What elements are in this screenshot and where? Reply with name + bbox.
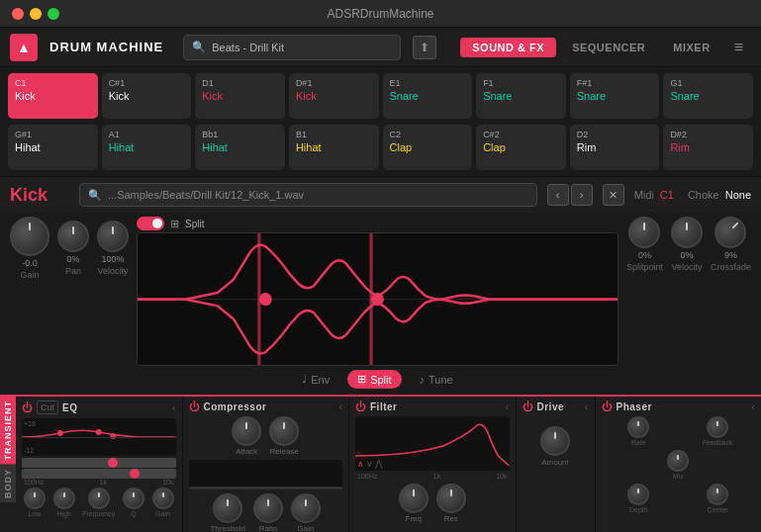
filter-freq-knob[interactable] [399, 484, 428, 513]
pad-g1[interactable]: G1 Snare [663, 73, 753, 119]
eq-q-label: Q [131, 510, 136, 517]
eq-graph: +18 -12 [22, 418, 176, 456]
filter-power-icon[interactable]: ⏻ [355, 400, 366, 412]
phaser-mix-knob[interactable] [667, 450, 689, 472]
drive-power-icon[interactable]: ⏻ [523, 400, 533, 412]
drive-amount-knob[interactable] [540, 426, 570, 456]
file-path-bar[interactable]: 🔍 ...Samples/Beats/Drill Kit/12_Kick_1.w… [79, 183, 537, 207]
pad-gs1[interactable]: G#1 Hihat [8, 125, 98, 170]
velocity2-knob[interactable] [671, 217, 703, 248]
maximize-button[interactable] [48, 8, 59, 20]
comp-power-icon[interactable]: ⏻ [189, 400, 200, 412]
split-tab[interactable]: ⊞ Split [347, 370, 401, 389]
pad-c1[interactable]: C1 Kick [8, 73, 98, 119]
filter-freq-group: Freq [399, 484, 428, 523]
comp-attack-knob[interactable] [232, 416, 261, 446]
comp-ratio-group: Ratio [253, 493, 283, 532]
pad-cs2[interactable]: C#2 Clap [476, 125, 566, 170]
choke-label: Choke [688, 189, 719, 201]
splitpoint-label: Splitpoint [626, 262, 663, 272]
pad-ds1[interactable]: D#1 Kick [289, 73, 379, 119]
split-label: Split [185, 219, 204, 229]
eq-high-knob[interactable] [53, 488, 75, 509]
filter-lp-btn[interactable]: ∧ [357, 459, 364, 469]
pad-cs1[interactable]: C#1 Kick [102, 73, 192, 119]
phaser-collapse-icon[interactable]: ‹ [751, 400, 755, 412]
minimize-button[interactable] [30, 8, 42, 20]
eq-low-knob[interactable] [24, 488, 46, 509]
save-button[interactable]: ⬆ [413, 36, 436, 59]
eq-low-slider[interactable] [22, 458, 176, 468]
comp-collapse-icon[interactable]: ‹ [338, 400, 342, 412]
phaser-mix-group: Mix [602, 450, 756, 480]
env-tab[interactable]: ♩ Env [292, 370, 339, 389]
tune-tab[interactable]: ♪ Tune [410, 370, 463, 389]
comp-ratio-knob[interactable] [253, 493, 283, 523]
filter-res-knob[interactable] [436, 484, 466, 513]
transient-tab[interactable]: Transient [0, 397, 16, 465]
phaser-feedback-group: Feedback [680, 416, 755, 446]
comp-threshold-knob[interactable] [213, 493, 242, 523]
pan-knob[interactable] [57, 221, 89, 252]
pad-a1[interactable]: A1 Hihat [102, 125, 192, 170]
filter-collapse-icon[interactable]: ‹ [506, 400, 510, 412]
filter-hp-btn[interactable]: ∨ [366, 459, 373, 469]
filter-graph: ∧ ∨ ⋀ [355, 416, 510, 471]
velocity-knob[interactable] [97, 221, 129, 252]
prev-button[interactable]: ‹ [547, 184, 569, 206]
pad-note: A1 [109, 130, 185, 139]
eq-freq-knob-group: Frequency [82, 488, 115, 517]
pad-bb1[interactable]: Bb1 Hihat [195, 125, 285, 170]
pad-d1[interactable]: D1 Kick [195, 73, 285, 119]
eq-high-slider[interactable] [22, 469, 176, 479]
comp-release-knob[interactable] [269, 416, 299, 446]
pad-f1[interactable]: F1 Snare [476, 73, 566, 119]
cut-label[interactable]: Cut [37, 400, 58, 414]
pad-name: Clap [390, 141, 466, 153]
pad-ds2[interactable]: D#2 Rim [663, 125, 753, 170]
comp-meter [189, 460, 343, 489]
midi-label: Midi [634, 189, 654, 201]
phaser-power-icon[interactable]: ⏻ [602, 400, 613, 412]
pad-d2[interactable]: D2 Rim [570, 125, 660, 170]
waveform-container: ⊞ Split ♩ Env [137, 217, 618, 393]
pad-name: Hihat [202, 141, 278, 153]
phaser-depth-knob[interactable] [627, 484, 649, 505]
eq-power-icon[interactable]: ⏻ [22, 401, 33, 413]
eq-name: EQ [62, 402, 168, 413]
eq-knobs-row: Low High Frequency Q Gain [22, 488, 176, 517]
pad-note: F1 [483, 78, 559, 88]
close-file-button[interactable]: ✕ [603, 184, 624, 206]
eq-q-knob[interactable] [123, 488, 144, 509]
eq-gain-knob[interactable] [152, 488, 174, 509]
gain-value: -0.0 [22, 258, 38, 268]
search-bar[interactable]: 🔍 Beats - Drill Kit [183, 35, 401, 60]
mixer-button[interactable]: MIXER [661, 38, 721, 57]
comp-attack-group: Attack [232, 416, 261, 456]
velocity-knob-group: 100% Velocity [97, 217, 129, 393]
close-button[interactable] [12, 8, 24, 20]
phaser-center-knob[interactable] [707, 484, 728, 505]
next-button[interactable]: › [571, 184, 593, 206]
sound-fx-button[interactable]: SOUND & FX [460, 38, 556, 57]
body-tab[interactable]: Body [0, 465, 16, 502]
pad-grid-row1: C1 Kick C#1 Kick D1 Kick D#1 Kick E1 Sna… [0, 67, 761, 125]
eq-freq-knob[interactable] [88, 488, 110, 509]
comp-gain-knob[interactable] [291, 493, 321, 523]
crossfade-knob[interactable] [714, 217, 746, 248]
eq-collapse-icon[interactable]: ‹ [172, 401, 176, 413]
pad-c2[interactable]: C2 Clap [383, 125, 473, 170]
pad-b1[interactable]: B1 Hihat [289, 125, 379, 170]
pad-fs1[interactable]: F#1 Snare [570, 73, 660, 119]
sequencer-button[interactable]: SEQUENCER [560, 38, 657, 57]
phaser-rate-knob[interactable] [627, 416, 649, 438]
filter-bp-btn[interactable]: ⋀ [375, 459, 382, 469]
phaser-feedback-knob[interactable] [707, 416, 728, 438]
menu-icon[interactable]: ≡ [726, 35, 751, 60]
gain-knob[interactable] [10, 217, 49, 256]
drive-collapse-icon[interactable]: ‹ [585, 400, 589, 412]
splitpoint-knob[interactable] [628, 217, 660, 248]
comp-bottom-knobs: Threshold Ratio Gain [189, 493, 343, 532]
pad-e1[interactable]: E1 Snare [383, 73, 473, 119]
split-toggle[interactable] [137, 217, 164, 230]
